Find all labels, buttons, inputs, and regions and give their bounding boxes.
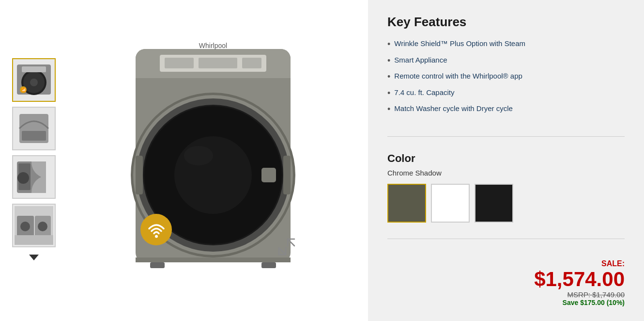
svg-line-43 [288, 239, 294, 246]
svg-point-11 [17, 172, 29, 184]
svg-point-32 [174, 136, 252, 214]
wifi-badge [140, 214, 172, 245]
product-details-panel: Key Features • Wrinkle Shield™ Plus Opti… [368, 0, 644, 321]
selected-color-name: Chrome Shadow [387, 169, 625, 177]
product-main-image: Whirlpool [121, 34, 305, 287]
svg-rect-22 [165, 58, 194, 68]
svg-text:Whirlpool: Whirlpool [199, 42, 227, 49]
feature-item-5: • Match Washer cycle with Dryer cycle [387, 104, 625, 115]
msrp-price: MSRP: $1,749.00 [387, 290, 625, 299]
svg-rect-37 [136, 156, 143, 194]
chevron-down-icon [29, 255, 39, 260]
bullet-icon-2: • [387, 56, 390, 66]
swatch-black[interactable] [475, 184, 513, 223]
thumbnail-3[interactable] [12, 155, 56, 199]
svg-line-40 [279, 248, 286, 255]
main-image-area: Whirlpool [68, 10, 358, 311]
svg-rect-8 [22, 131, 46, 141]
key-features-heading: Key Features [387, 15, 625, 30]
sale-label: SALE: [387, 259, 625, 268]
svg-rect-38 [283, 156, 291, 194]
save-text: Save $175.00 (10%) [387, 299, 625, 306]
scroll-down-button[interactable] [12, 252, 56, 263]
color-swatches [387, 184, 625, 223]
svg-point-16 [38, 222, 47, 231]
wifi-icon [147, 220, 166, 240]
bullet-icon-3: • [387, 72, 390, 82]
svg-rect-36 [261, 262, 276, 268]
bullet-icon-1: • [387, 39, 390, 50]
color-section: Color Chrome Shadow [387, 152, 625, 223]
price-section: SALE: $1,574.00 MSRP: $1,749.00 Save $17… [387, 255, 625, 306]
svg-point-15 [20, 222, 30, 231]
svg-rect-33 [261, 168, 276, 182]
bullet-icon-4: • [387, 88, 390, 99]
feature-item-3: • Remote control with the Whirlpool® app [387, 72, 625, 82]
svg-text:📶: 📶 [21, 87, 26, 92]
product-image-panel: 📶 [0, 0, 368, 321]
feature-item-4: • 7.4 cu. ft. Capacity [387, 88, 625, 99]
sale-price: $1,574.00 [387, 268, 625, 290]
feature-item-1: • Wrinkle Shield™ Plus Option with Steam [387, 39, 625, 50]
color-heading: Color [387, 152, 625, 165]
thumbnail-sidebar: 📶 [10, 58, 58, 263]
thumbnail-2[interactable] [12, 107, 56, 150]
feature-list: • Wrinkle Shield™ Plus Option with Steam… [387, 39, 625, 115]
swatch-chrome-shadow[interactable] [387, 184, 426, 223]
feature-item-2: • Smart Appliance [387, 56, 625, 66]
svg-rect-24 [242, 58, 261, 68]
svg-point-3 [30, 79, 38, 86]
svg-point-39 [155, 235, 158, 238]
thumbnail-1[interactable]: 📶 [12, 58, 56, 102]
expand-icon [278, 238, 295, 256]
key-features-section: Key Features • Wrinkle Shield™ Plus Opti… [387, 15, 625, 121]
svg-rect-34 [136, 257, 291, 262]
expand-button[interactable] [278, 238, 295, 257]
svg-rect-23 [199, 58, 237, 68]
svg-rect-17 [15, 235, 53, 245]
bullet-icon-5: • [387, 104, 390, 115]
svg-rect-35 [150, 262, 165, 268]
swatch-white[interactable] [431, 184, 470, 223]
divider-1 [387, 136, 625, 137]
divider-2 [387, 239, 625, 239]
svg-rect-4 [22, 66, 46, 72]
thumbnail-4[interactable] [12, 204, 56, 247]
